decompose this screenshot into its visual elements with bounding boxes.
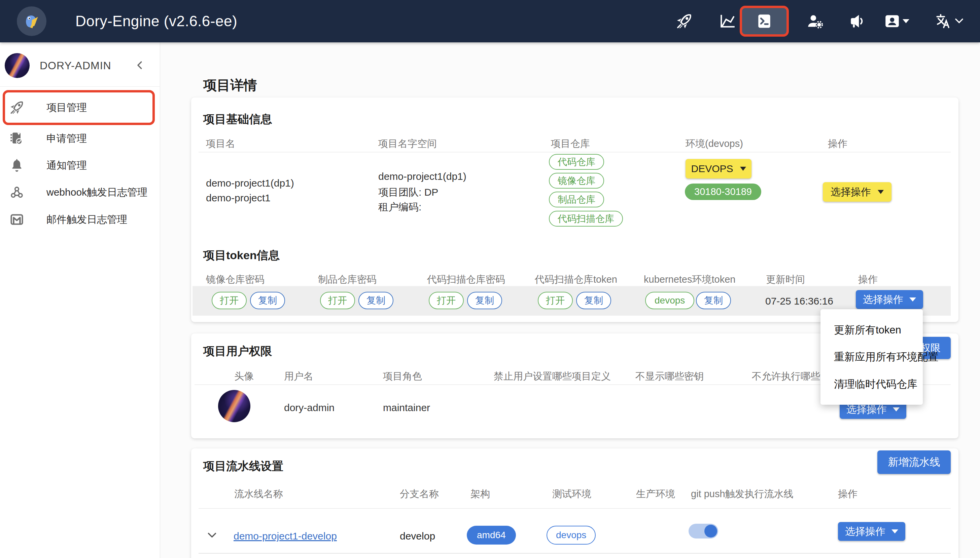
git-push-trigger-toggle[interactable] [688, 524, 718, 538]
col-pipeline-name: 流水线名称 [234, 487, 283, 501]
translate-icon[interactable] [934, 12, 952, 30]
sidebar-collapse-icon[interactable] [134, 59, 146, 71]
action-label: 选择操作 [863, 293, 903, 307]
repo-chip-artifact[interactable]: 制品仓库 [549, 192, 604, 207]
open-artifact-password-button[interactable]: 打开 [320, 292, 355, 309]
copy-kubernetes-token-button[interactable]: 复制 [696, 292, 731, 309]
app-root: Dory-Engine (v2.6.6-ee) [0, 0, 980, 558]
sidebar-item-label: 申请管理 [46, 128, 87, 149]
sidebar-item-request-management[interactable]: 申请管理 [0, 128, 160, 149]
project-name-line1: demo-project1(dp1) [206, 177, 294, 189]
expand-row-chevron-icon[interactable] [206, 529, 218, 541]
copy-artifact-password-button[interactable]: 复制 [358, 292, 394, 309]
webhook-icon [10, 185, 24, 200]
user-settings-icon[interactable] [806, 12, 824, 30]
kubernetes-token-env-chip[interactable]: devops [645, 292, 694, 309]
terminal-button-highlighted[interactable] [740, 6, 789, 37]
token-action-dropdown-menu: 更新所有token 重新应用所有环境配置 清理临时代码仓库 [820, 309, 923, 405]
sidebar-item-webhook-log-management[interactable]: webhook触发日志管理 [0, 182, 160, 202]
add-pipeline-button[interactable]: 新增流水线 [877, 450, 951, 474]
menu-item-clean-temp-repos[interactable]: 清理临时代码仓库 [820, 369, 923, 399]
env-devops-dropdown-button[interactable]: DEVOPS [685, 159, 751, 179]
project-name-line2: demo-project1 [206, 192, 270, 204]
role-cell: maintainer [383, 402, 430, 414]
menu-item-refresh-all-tokens[interactable]: 更新所有token [820, 315, 923, 345]
app-logo [17, 7, 46, 36]
sidebar-item-label: 项目管理 [46, 97, 87, 118]
sidebar-item-project-management[interactable]: 项目管理 [0, 97, 160, 118]
action-label: 选择操作 [845, 525, 885, 538]
sidebar-item-notification-management[interactable]: 通知管理 [0, 155, 160, 176]
col-token-actions: 操作 [858, 273, 878, 286]
terminal-icon [756, 13, 773, 30]
col-image-repo-password: 镜像仓库密码 [206, 273, 265, 286]
col-scan-repo-password: 代码扫描仓库密码 [427, 273, 505, 286]
repo-chip-code[interactable]: 代码仓库 [549, 154, 604, 170]
namespace-line1: demo-project1(dp1) [378, 171, 466, 182]
col-env: 环境(devops) [685, 137, 743, 151]
caret-down-icon [893, 407, 899, 412]
language-caret-icon[interactable] [954, 18, 964, 25]
token-updated-at: 07-25 16:36:16 [765, 295, 833, 307]
namespace-line2: 项目团队: DP [378, 185, 438, 199]
branch-cell: develop [400, 530, 435, 542]
action-label: 选择操作 [830, 185, 871, 199]
copy-scan-token-button[interactable]: 复制 [576, 292, 611, 309]
sidebar-item-label: 邮件触发日志管理 [46, 209, 127, 230]
col-namespace: 项目名字空间 [378, 137, 437, 151]
copy-scan-password-button[interactable]: 复制 [467, 292, 502, 309]
account-caret-icon[interactable] [903, 19, 909, 23]
user-avatar [218, 390, 250, 422]
sidebar-item-label: webhook触发日志管理 [46, 182, 147, 202]
col-role: 项目角色 [383, 370, 422, 383]
monitor-chart-icon[interactable] [719, 12, 736, 30]
workspace-name: DORY-ADMIN [40, 53, 111, 78]
test-env-pill[interactable]: devops [547, 526, 596, 545]
pipeline-name-link[interactable]: demo-project1-develop [234, 530, 337, 542]
table-header-divider [199, 508, 951, 509]
token-action-button-open[interactable]: 选择操作 [856, 290, 923, 309]
col-updated-at: 更新时间 [766, 273, 805, 286]
section-title-basic-info: 项目基础信息 [203, 112, 272, 127]
col-test-env: 测试环境 [552, 487, 591, 501]
approval-icon [10, 131, 24, 146]
copy-image-password-button[interactable]: 复制 [250, 292, 285, 309]
username-cell: dory-admin [284, 402, 334, 414]
open-scan-token-button[interactable]: 打开 [538, 292, 573, 309]
rocket-nav-icon[interactable] [675, 12, 693, 30]
namespace-line3: 租户编码: [378, 200, 422, 214]
sidebar-divider [0, 86, 160, 87]
section-title-pipelines: 项目流水线设置 [203, 458, 283, 474]
col-project-name: 项目名 [206, 137, 235, 151]
account-card-icon[interactable] [883, 12, 901, 30]
env-port-range-badge: 30180-30189 [685, 184, 761, 200]
sidebar-item-mail-log-management[interactable]: 邮件触发日志管理 [0, 209, 160, 230]
page-title: 项目详情 [203, 76, 257, 94]
caret-down-icon [740, 167, 746, 171]
caret-down-icon [909, 297, 916, 302]
col-actions: 操作 [828, 137, 847, 151]
workspace-avatar [5, 53, 30, 78]
rocket-icon [10, 100, 24, 115]
menu-item-reapply-env-configs[interactable]: 重新应用所有环境配置 [820, 342, 923, 372]
col-avatar: 头像 [234, 370, 254, 383]
col-artifact-repo-password: 制品仓库密码 [318, 273, 377, 286]
col-arch: 架构 [471, 487, 490, 501]
col-kubernetes-token: kubernetes环境token [644, 273, 735, 286]
basic-info-action-button[interactable]: 选择操作 [823, 182, 891, 202]
col-hidden-secrets: 不显示哪些密钥 [636, 370, 704, 383]
col-branch: 分支名称 [400, 487, 439, 501]
caret-down-icon [891, 529, 898, 533]
bell-icon [10, 158, 24, 173]
col-repos: 项目仓库 [551, 137, 590, 151]
repo-chip-code-scan[interactable]: 代码扫描仓库 [549, 211, 623, 226]
announcement-icon[interactable] [848, 12, 866, 30]
open-image-password-button[interactable]: 打开 [212, 292, 247, 309]
open-scan-password-button[interactable]: 打开 [429, 292, 464, 309]
col-username: 用户名 [284, 370, 313, 383]
pipeline-row-action-button[interactable]: 选择操作 [838, 522, 905, 541]
col-scan-repo-token: 代码扫描仓库token [535, 273, 617, 286]
row-bottom-divider [199, 553, 951, 554]
col-prod-env: 生产环境 [636, 487, 675, 501]
repo-chip-image[interactable]: 镜像仓库 [549, 173, 604, 189]
